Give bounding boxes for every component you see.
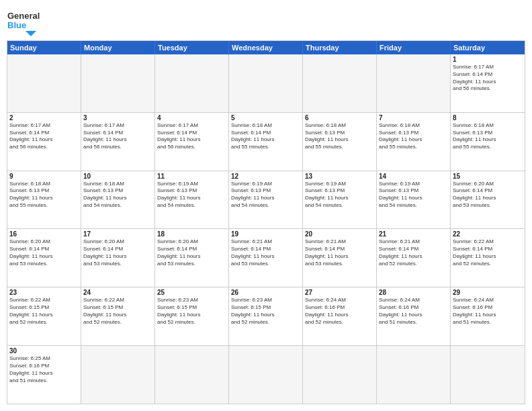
day-info: Sunrise: 6:20 AM Sunset: 6:14 PM Dayligh… (9, 238, 79, 267)
day-number: 3 (83, 114, 152, 122)
day-info: Sunrise: 6:18 AM Sunset: 6:13 PM Dayligh… (83, 181, 152, 210)
day-info: Sunrise: 6:23 AM Sunset: 6:15 PM Dayligh… (231, 297, 300, 326)
calendar-cell: 7Sunrise: 6:18 AM Sunset: 6:13 PM Daylig… (377, 113, 451, 171)
calendar-cell: 26Sunrise: 6:23 AM Sunset: 6:15 PM Dayli… (229, 287, 303, 345)
svg-marker-2 (26, 31, 36, 36)
calendar-cell: 25Sunrise: 6:23 AM Sunset: 6:15 PM Dayli… (155, 287, 229, 345)
calendar-cell: 13Sunrise: 6:19 AM Sunset: 6:13 PM Dayli… (303, 171, 377, 229)
day-header-thursday: Thursday (303, 41, 377, 54)
calendar-cell (303, 54, 377, 112)
calendar-cell: 4Sunrise: 6:17 AM Sunset: 6:14 PM Daylig… (155, 113, 229, 171)
day-number: 19 (231, 230, 300, 238)
day-info: Sunrise: 6:17 AM Sunset: 6:14 PM Dayligh… (9, 122, 79, 151)
day-info: Sunrise: 6:19 AM Sunset: 6:13 PM Dayligh… (231, 181, 300, 210)
calendar-cell: 1Sunrise: 6:17 AM Sunset: 6:14 PM Daylig… (451, 54, 525, 112)
calendar-cell: 12Sunrise: 6:19 AM Sunset: 6:13 PM Dayli… (229, 171, 303, 229)
day-info: Sunrise: 6:24 AM Sunset: 6:16 PM Dayligh… (305, 297, 374, 326)
calendar-cell: 29Sunrise: 6:24 AM Sunset: 6:16 PM Dayli… (451, 287, 525, 345)
day-info: Sunrise: 6:19 AM Sunset: 6:13 PM Dayligh… (379, 181, 448, 210)
calendar-cell: 16Sunrise: 6:20 AM Sunset: 6:14 PM Dayli… (7, 229, 81, 287)
day-number: 23 (9, 289, 79, 296)
calendar-cell: 30Sunrise: 6:25 AM Sunset: 6:16 PM Dayli… (7, 346, 81, 404)
day-info: Sunrise: 6:24 AM Sunset: 6:16 PM Dayligh… (379, 297, 448, 326)
calendar-cell (81, 54, 155, 112)
calendar-cell: 18Sunrise: 6:20 AM Sunset: 6:14 PM Dayli… (155, 229, 229, 287)
day-number: 11 (157, 173, 226, 180)
day-number: 2 (9, 114, 79, 122)
calendar-cell: 8Sunrise: 6:18 AM Sunset: 6:13 PM Daylig… (451, 113, 525, 171)
header: General Blue (7, 7, 525, 36)
calendar-row-5: 30Sunrise: 6:25 AM Sunset: 6:16 PM Dayli… (7, 346, 525, 404)
day-number: 20 (305, 230, 374, 238)
day-number: 18 (157, 230, 226, 238)
day-info: Sunrise: 6:18 AM Sunset: 6:13 PM Dayligh… (379, 122, 448, 151)
calendar-cell: 10Sunrise: 6:18 AM Sunset: 6:13 PM Dayli… (81, 171, 155, 229)
calendar-row-1: 2Sunrise: 6:17 AM Sunset: 6:14 PM Daylig… (7, 113, 525, 171)
calendar-cell: 15Sunrise: 6:20 AM Sunset: 6:14 PM Dayli… (451, 171, 525, 229)
calendar-cell (377, 54, 451, 112)
calendar-cell: 27Sunrise: 6:24 AM Sunset: 6:16 PM Dayli… (303, 287, 377, 345)
day-number: 10 (83, 173, 152, 180)
day-info: Sunrise: 6:22 AM Sunset: 6:15 PM Dayligh… (83, 297, 152, 326)
calendar-cell (451, 346, 525, 404)
day-info: Sunrise: 6:18 AM Sunset: 6:13 PM Dayligh… (305, 122, 374, 151)
day-number: 24 (83, 289, 152, 296)
calendar-body: 1Sunrise: 6:17 AM Sunset: 6:14 PM Daylig… (7, 54, 525, 404)
calendar-row-4: 23Sunrise: 6:22 AM Sunset: 6:15 PM Dayli… (7, 287, 525, 346)
day-info: Sunrise: 6:19 AM Sunset: 6:13 PM Dayligh… (157, 181, 226, 210)
day-number: 22 (453, 230, 523, 238)
svg-text:General: General (7, 11, 40, 21)
calendar-cell: 28Sunrise: 6:24 AM Sunset: 6:16 PM Dayli… (377, 287, 451, 345)
day-info: Sunrise: 6:21 AM Sunset: 6:14 PM Dayligh… (305, 238, 374, 267)
day-number: 8 (453, 114, 523, 122)
day-info: Sunrise: 6:20 AM Sunset: 6:14 PM Dayligh… (157, 238, 226, 267)
day-header-sunday: Sunday (7, 41, 81, 54)
svg-text:Blue: Blue (7, 20, 26, 30)
day-number: 29 (453, 289, 523, 296)
day-info: Sunrise: 6:22 AM Sunset: 6:15 PM Dayligh… (9, 297, 79, 326)
day-number: 16 (9, 230, 79, 238)
day-header-friday: Friday (377, 41, 451, 54)
general-blue-logo-icon: General Blue (7, 7, 42, 36)
day-number: 7 (379, 114, 448, 122)
calendar-cell (303, 346, 377, 404)
page: General Blue SundayMondayTuesdayWednesda… (0, 0, 532, 411)
day-info: Sunrise: 6:21 AM Sunset: 6:14 PM Dayligh… (231, 238, 300, 267)
calendar-cell: 21Sunrise: 6:21 AM Sunset: 6:14 PM Dayli… (377, 229, 451, 287)
calendar-cell: 23Sunrise: 6:22 AM Sunset: 6:15 PM Dayli… (7, 287, 81, 345)
day-info: Sunrise: 6:24 AM Sunset: 6:16 PM Dayligh… (453, 297, 523, 326)
calendar-cell: 3Sunrise: 6:17 AM Sunset: 6:14 PM Daylig… (81, 113, 155, 171)
day-info: Sunrise: 6:22 AM Sunset: 6:14 PM Dayligh… (453, 238, 523, 267)
day-number: 13 (305, 173, 374, 180)
calendar-row-3: 16Sunrise: 6:20 AM Sunset: 6:14 PM Dayli… (7, 229, 525, 287)
day-number: 26 (231, 289, 300, 296)
calendar-cell (155, 346, 229, 404)
day-header-tuesday: Tuesday (155, 41, 229, 54)
day-info: Sunrise: 6:17 AM Sunset: 6:14 PM Dayligh… (157, 122, 226, 151)
day-info: Sunrise: 6:17 AM Sunset: 6:14 PM Dayligh… (453, 64, 523, 93)
calendar-cell: 20Sunrise: 6:21 AM Sunset: 6:14 PM Dayli… (303, 229, 377, 287)
day-info: Sunrise: 6:20 AM Sunset: 6:14 PM Dayligh… (453, 181, 523, 210)
day-info: Sunrise: 6:18 AM Sunset: 6:14 PM Dayligh… (231, 122, 300, 151)
day-number: 15 (453, 173, 523, 180)
day-number: 5 (231, 114, 300, 122)
day-number: 17 (83, 230, 152, 238)
calendar-cell: 9Sunrise: 6:18 AM Sunset: 6:13 PM Daylig… (7, 171, 81, 229)
day-header-wednesday: Wednesday (229, 41, 303, 54)
day-number: 27 (305, 289, 374, 296)
calendar-cell: 5Sunrise: 6:18 AM Sunset: 6:14 PM Daylig… (229, 113, 303, 171)
day-info: Sunrise: 6:23 AM Sunset: 6:15 PM Dayligh… (157, 297, 226, 326)
calendar-row-2: 9Sunrise: 6:18 AM Sunset: 6:13 PM Daylig… (7, 171, 525, 230)
day-number: 6 (305, 114, 374, 122)
day-number: 1 (453, 56, 523, 63)
calendar-cell: 22Sunrise: 6:22 AM Sunset: 6:14 PM Dayli… (451, 229, 525, 287)
calendar-cell: 14Sunrise: 6:19 AM Sunset: 6:13 PM Dayli… (377, 171, 451, 229)
calendar-header: SundayMondayTuesdayWednesdayThursdayFrid… (7, 41, 525, 54)
day-number: 12 (231, 173, 300, 180)
calendar-cell: 17Sunrise: 6:20 AM Sunset: 6:14 PM Dayli… (81, 229, 155, 287)
day-number: 21 (379, 230, 448, 238)
day-info: Sunrise: 6:19 AM Sunset: 6:13 PM Dayligh… (305, 181, 374, 210)
calendar-cell (229, 346, 303, 404)
day-number: 28 (379, 289, 448, 296)
day-number: 9 (9, 173, 79, 180)
